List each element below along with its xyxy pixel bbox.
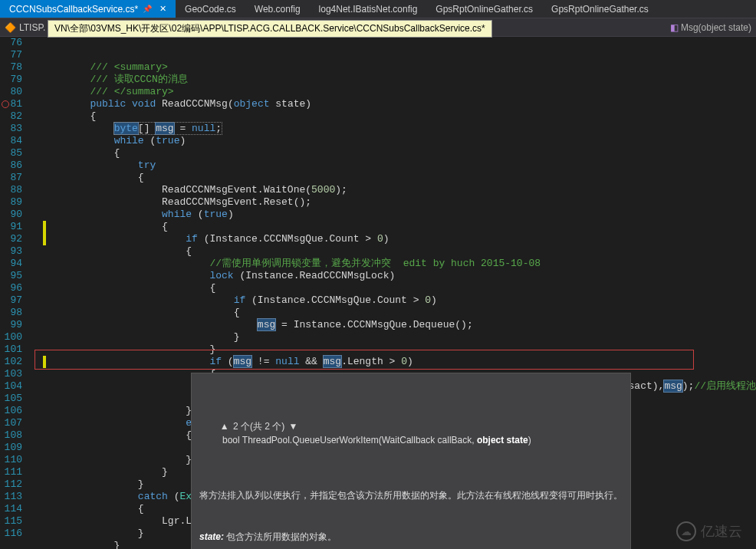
signature-tooltip: ▲ 2 个(共 2 个) ▼ bool ThreadPool.QueueUser… (191, 373, 631, 549)
code-area[interactable]: /// <summary> /// 读取CCCN的消息 /// </summar… (28, 37, 756, 549)
code-line[interactable]: byte[] msg = null; (42, 123, 756, 135)
pin-icon[interactable]: 📌 (143, 5, 152, 13)
line-number: 92 (0, 233, 22, 245)
line-number: 101 (0, 344, 22, 356)
tab[interactable]: Web.config (245, 0, 310, 18)
code-line[interactable]: } (42, 331, 756, 344)
line-number: 116 (0, 528, 22, 540)
line-number: 113 (0, 491, 22, 503)
close-icon[interactable]: ✕ (159, 4, 166, 14)
class-icon: 🔶 (5, 22, 16, 33)
code-line[interactable]: if (Instance.CCCNMsgQue.Count > 0) (42, 233, 756, 245)
code-line[interactable]: /// 读取CCCN的消息 (42, 74, 756, 86)
tab[interactable]: GpsRptOnlineGather.cs (542, 0, 658, 18)
code-line[interactable]: public void ReadCCCNMsg(object state) (42, 98, 756, 110)
tab-bar: CCCNSubsCallbackService.cs* 📌 ✕ GeoCode.… (0, 0, 756, 18)
line-number: 89 (0, 196, 22, 209)
line-number: 77 (0, 49, 22, 61)
line-number: 87 (0, 172, 22, 184)
line-number: 105 (0, 393, 22, 405)
code-line[interactable]: { (42, 172, 756, 184)
watermark-icon: ☁ (676, 521, 696, 541)
breadcrumb-class[interactable]: LTISP. (19, 22, 45, 33)
line-number: 93 (0, 245, 22, 258)
breadcrumb-method[interactable]: ◧ Msg(object state) (670, 22, 751, 33)
breakpoint-icon[interactable] (2, 100, 9, 108)
code-editor[interactable]: 7677787980818283848586878889909192939495… (0, 37, 756, 549)
line-number: 85 (0, 147, 22, 159)
line-number: 107 (0, 417, 22, 429)
code-line[interactable]: while (true) (42, 135, 756, 147)
code-line[interactable]: { (42, 221, 756, 233)
line-number: 97 (0, 294, 22, 307)
line-number: 102 (0, 356, 22, 368)
line-number: 84 (0, 135, 22, 147)
code-line[interactable]: { (42, 282, 756, 294)
line-number: 82 (0, 110, 22, 123)
code-line[interactable]: if (Instance.CCCNMsgQue.Count > 0) (42, 294, 756, 307)
line-number: 110 (0, 454, 22, 466)
code-line[interactable]: //需使用单例调用锁变量，避免并发冲突 edit by huch 2015-10… (42, 258, 756, 270)
breadcrumb: 🔶 LTISP. VN\全部\03VMS_HK\开发区\02编码\APP\LTI… (0, 18, 756, 37)
line-number: 100 (0, 331, 22, 344)
line-number: 98 (0, 307, 22, 319)
code-line[interactable]: ReadCCCNMsgEvent.Reset(); (42, 196, 756, 209)
line-number: 80 (0, 86, 22, 98)
line-number: 112 (0, 478, 22, 491)
line-number: 108 (0, 429, 22, 442)
line-number: 86 (0, 159, 22, 172)
code-line[interactable]: { (42, 147, 756, 159)
line-number: 95 (0, 270, 22, 282)
line-number: 114 (0, 503, 22, 515)
code-line[interactable]: /// <summary> (42, 61, 756, 74)
line-number: 111 (0, 466, 22, 478)
code-line[interactable]: { (42, 110, 756, 123)
code-line[interactable]: msg = Instance.CCCNMsgQue.Dequeue(); (42, 319, 756, 331)
watermark: ☁ 亿速云 (676, 521, 742, 541)
line-number: 78 (0, 61, 22, 74)
line-number: 79 (0, 74, 22, 86)
code-line[interactable]: lock (Instance.ReadCCCNMsgLock) (42, 270, 756, 282)
line-number: 109 (0, 442, 22, 454)
code-line[interactable]: { (42, 307, 756, 319)
method-icon: ◧ (670, 22, 679, 33)
line-number: 115 (0, 515, 22, 528)
line-number: 94 (0, 258, 22, 270)
code-line[interactable]: { (42, 245, 756, 258)
path-tooltip: VN\全部\03VMS_HK\开发区\02编码\APP\LTISP.ACG.CA… (48, 20, 492, 38)
line-number: 83 (0, 123, 22, 135)
code-line[interactable]: if (msg != null && msg.Length > 0) (42, 356, 756, 368)
line-number: 88 (0, 184, 22, 196)
tab[interactable]: log4Net.IBatisNet.config (310, 0, 427, 18)
line-number: 106 (0, 405, 22, 417)
tab[interactable]: GeoCode.cs (176, 0, 245, 18)
line-number: 104 (0, 380, 22, 393)
line-number: 90 (0, 209, 22, 221)
tab-active[interactable]: CCCNSubsCallbackService.cs* 📌 ✕ (0, 0, 176, 18)
tooltip-description: 将方法排入队列以便执行，并指定包含该方法所用数据的对象。此方法在有线程池线程变得… (199, 488, 623, 502)
code-line[interactable]: try (42, 159, 756, 172)
line-number: 103 (0, 368, 22, 380)
line-number: 91 (0, 221, 22, 233)
code-line[interactable]: /// </summary> (42, 86, 756, 98)
line-number: 76 (0, 37, 22, 49)
line-number: 99 (0, 319, 22, 331)
code-line[interactable]: } (42, 344, 756, 356)
code-line[interactable]: while (true) (42, 209, 756, 221)
line-gutter: 7677787980818283848586878889909192939495… (0, 37, 28, 549)
tooltip-nav[interactable]: ▲ 2 个(共 2 个) ▼ (220, 419, 298, 433)
tab[interactable]: GpsRptOnlineGather.cs (426, 0, 542, 18)
tab-label: CCCNSubsCallbackService.cs* (9, 4, 138, 15)
line-number: 96 (0, 282, 22, 294)
code-line[interactable]: ReadCCCNMsgEvent.WaitOne(5000); (42, 184, 756, 196)
